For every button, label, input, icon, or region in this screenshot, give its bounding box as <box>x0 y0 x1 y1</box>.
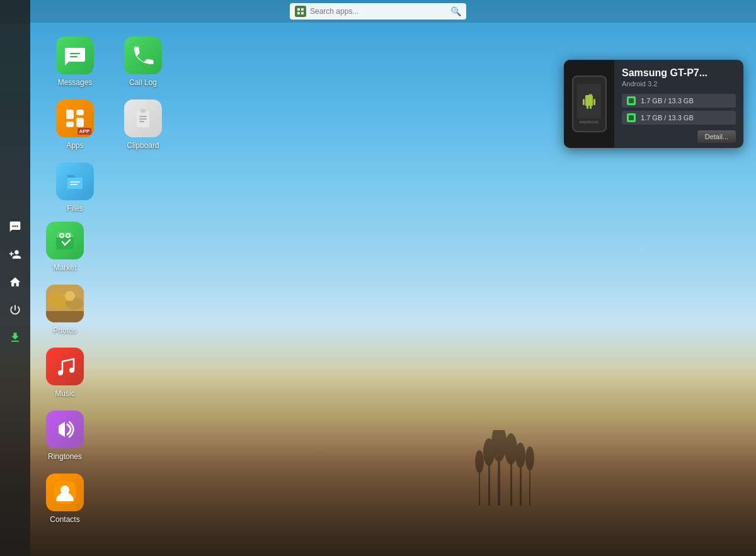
svg-point-41 <box>69 368 74 373</box>
app-market-label: Market <box>54 263 77 272</box>
app-clipboard-label: Clipboard <box>127 141 159 150</box>
app-clipboard[interactable]: Clipboard <box>109 92 177 155</box>
svg-rect-31 <box>70 184 77 185</box>
app-photos-label: Photos <box>53 326 76 335</box>
svg-rect-12 <box>297 8 300 11</box>
device-image: ANDROID <box>564 60 614 148</box>
app-messages-label: Messages <box>58 78 93 87</box>
search-container: 🔍 <box>290 3 466 20</box>
svg-rect-19 <box>70 53 80 54</box>
app-calllog[interactable]: Call Log <box>109 29 177 92</box>
app-store-icon <box>295 6 306 17</box>
app-files[interactable]: Files <box>41 155 109 218</box>
app-apps-label: Apps <box>66 141 83 150</box>
svg-rect-14 <box>297 12 300 14</box>
svg-point-38 <box>65 291 75 301</box>
storage-icon-2 <box>627 113 636 122</box>
device-name: Samsung GT-P7... <box>622 67 736 79</box>
svg-rect-28 <box>139 118 147 120</box>
app-files-label: Files <box>67 204 83 213</box>
app-contacts-label: Contacts <box>50 515 79 524</box>
sidebar-download-button[interactable] <box>3 325 28 350</box>
svg-rect-20 <box>70 56 77 57</box>
device-card: ANDROID Samsung GT-P7... Android 3.2 1.7… <box>564 60 743 148</box>
app-ringtones[interactable]: Ringtones <box>41 403 89 466</box>
device-os: Android 3.2 <box>622 80 736 88</box>
search-bar: 🔍 <box>0 0 756 23</box>
sidebar-chat-button[interactable] <box>3 214 28 239</box>
app-messages[interactable]: Messages <box>41 29 109 92</box>
app-market[interactable]: Market <box>41 214 89 277</box>
app-music[interactable]: Music <box>41 340 89 403</box>
app-music-label: Music <box>55 389 74 398</box>
storage-bar-2: 1.7 GB / 13.3 GB <box>622 111 736 125</box>
sidebar <box>0 0 30 556</box>
svg-rect-39 <box>46 311 84 322</box>
storage-text-2: 1.7 GB / 13.3 GB <box>641 114 694 122</box>
svg-point-9 <box>475 450 484 473</box>
sidebar-power-button[interactable] <box>3 297 28 322</box>
app-ringtones-label: Ringtones <box>48 452 82 461</box>
svg-point-5 <box>483 438 495 466</box>
svg-rect-23 <box>66 122 74 127</box>
svg-point-17 <box>14 225 16 227</box>
svg-point-11 <box>525 446 534 470</box>
search-magnifier-icon[interactable]: 🔍 <box>450 6 461 16</box>
app-calllog-label: Call Log <box>129 78 157 87</box>
svg-rect-29 <box>139 121 144 122</box>
search-input[interactable] <box>310 7 447 16</box>
svg-point-18 <box>16 225 18 227</box>
svg-rect-30 <box>70 181 80 183</box>
storage-icon-1 <box>627 96 636 105</box>
svg-marker-42 <box>59 422 65 437</box>
svg-rect-13 <box>301 8 304 11</box>
phone-screen <box>577 84 601 118</box>
svg-rect-24 <box>76 118 84 127</box>
svg-rect-21 <box>66 110 74 119</box>
svg-point-16 <box>12 225 14 227</box>
landscape-trees <box>441 430 567 506</box>
app-photos[interactable]: Photos <box>41 277 89 340</box>
svg-point-3 <box>505 433 517 465</box>
svg-rect-15 <box>301 12 304 14</box>
storage-bar-1: 1.7 GB / 13.3 GB <box>622 94 736 108</box>
svg-point-40 <box>58 370 63 375</box>
app-apps[interactable]: APP Apps <box>41 92 109 155</box>
sidebar-add-user-button[interactable] <box>3 242 28 267</box>
app-contacts[interactable]: Contacts <box>41 466 89 529</box>
svg-rect-22 <box>76 110 84 115</box>
svg-point-7 <box>515 443 525 468</box>
svg-rect-27 <box>139 116 147 117</box>
svg-rect-26 <box>140 109 146 113</box>
device-info: Samsung GT-P7... Android 3.2 1.7 GB / 13… <box>614 60 743 148</box>
phone-body: ANDROID <box>572 76 607 132</box>
svg-rect-32 <box>56 235 74 249</box>
sidebar-home-button[interactable] <box>3 269 28 295</box>
detail-button[interactable]: Detail... <box>697 130 736 143</box>
storage-text-1: 1.7 GB / 13.3 GB <box>641 97 694 105</box>
